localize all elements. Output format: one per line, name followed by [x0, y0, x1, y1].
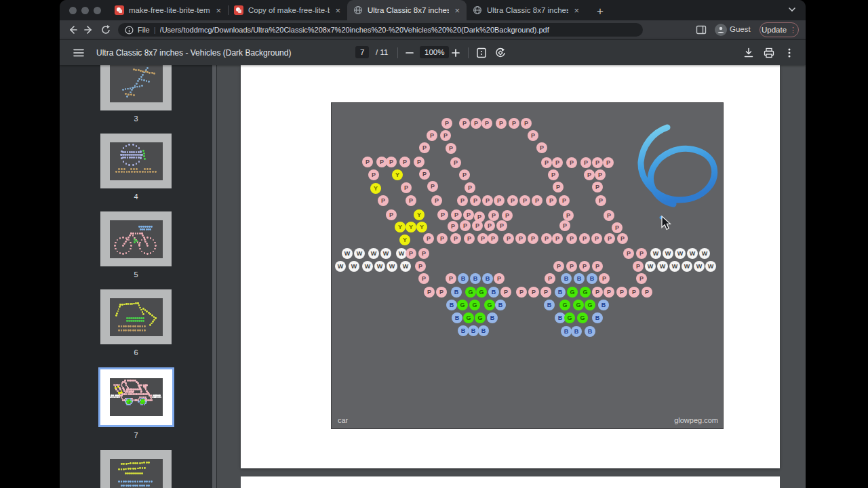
- side-panel-icon[interactable]: [696, 24, 707, 35]
- peg-p: P: [450, 233, 461, 244]
- sidebar-scrollbar[interactable]: [212, 65, 216, 488]
- download-icon[interactable]: [741, 45, 757, 61]
- tab-title: Ultra Classic 8x7 inches - Vehi: [368, 6, 449, 14]
- mini-peg-dot: [127, 237, 130, 239]
- mini-peg-dot: [132, 329, 134, 331]
- peg-p: P: [553, 182, 564, 192]
- reload-button[interactable]: [98, 22, 113, 37]
- mini-peg-dot: [130, 485, 132, 487]
- profile-avatar-icon[interactable]: [715, 24, 727, 36]
- page-7-thumbnail-selected[interactable]: [98, 367, 174, 427]
- mini-peg-dot: [141, 251, 143, 253]
- tab-close-icon[interactable]: ×: [215, 6, 222, 15]
- mini-peg-dot: [146, 168, 149, 170]
- mini-peg-dot: [121, 168, 123, 170]
- mini-peg-dot: [132, 164, 134, 166]
- peg-p: P: [418, 273, 429, 284]
- mini-peg-dot: [126, 239, 128, 241]
- fit-to-page-icon[interactable]: [473, 45, 490, 61]
- mini-peg-dot: [151, 226, 153, 228]
- peg-g: G: [476, 287, 487, 298]
- tab-ultra-classic-active[interactable]: Ultra Classic 8x7 inches - Vehi ×: [347, 0, 467, 20]
- tab-search-chevron-icon[interactable]: [788, 5, 796, 14]
- peg-b: B: [458, 273, 469, 284]
- guest-profile-label[interactable]: Guest: [730, 25, 751, 33]
- mini-peg-dot: [123, 468, 125, 470]
- mini-peg-dot: [143, 485, 145, 487]
- mini-peg-dot: [119, 306, 121, 308]
- peg-w: W: [645, 261, 656, 272]
- peg-p: P: [546, 195, 557, 206]
- peg-p: P: [623, 248, 634, 259]
- peg-p: P: [502, 210, 513, 221]
- tab-close-icon[interactable]: ×: [573, 6, 580, 15]
- url-bar[interactable]: File | /Users/toddmcg/Downloads/Ultra%20…: [118, 23, 643, 37]
- toolbar-divider: [397, 47, 398, 58]
- browser-menu-icon[interactable]: ⋮: [789, 27, 797, 33]
- tab-copy-of-make-free-lite-brite[interactable]: Copy of make-free-lite-brite-te ×: [228, 0, 347, 20]
- page-4-label: 4: [134, 192, 138, 201]
- print-icon[interactable]: [761, 45, 777, 61]
- peg-b: B: [585, 326, 595, 337]
- menu-hamburger-icon[interactable]: [71, 45, 87, 61]
- mini-peg-dot: [149, 481, 151, 483]
- mini-peg-dot: [132, 144, 134, 146]
- page-4-thumbnail[interactable]: [100, 134, 172, 188]
- mini-peg-dot: [126, 96, 128, 98]
- mini-peg-dot: [139, 171, 141, 173]
- forward-button[interactable]: [81, 22, 96, 37]
- peg-p: P: [459, 169, 470, 180]
- mini-peg-dot: [133, 168, 135, 170]
- window-close-button[interactable]: [69, 7, 77, 14]
- mini-peg-dot: [131, 171, 133, 173]
- tab-close-icon[interactable]: ×: [454, 6, 460, 15]
- mini-peg-dot: [133, 94, 135, 96]
- window-minimize-button[interactable]: [81, 7, 89, 14]
- new-tab-button[interactable]: +: [591, 3, 609, 20]
- peg-g: G: [585, 300, 595, 310]
- mini-peg-dot: [142, 74, 144, 76]
- mini-peg-dot: [142, 70, 144, 73]
- zoom-in-icon[interactable]: [448, 45, 464, 61]
- tab-make-free-lite-brite-template[interactable]: make-free-lite-brite-template ×: [108, 0, 228, 20]
- window-zoom-button[interactable]: [94, 7, 101, 14]
- mini-peg-dot: [155, 245, 157, 247]
- rotate-icon[interactable]: [492, 45, 509, 61]
- mini-peg-dot: [138, 147, 140, 149]
- zoom-level-value[interactable]: 100%: [420, 46, 449, 58]
- peg-p: P: [548, 169, 559, 180]
- peg-p: P: [472, 220, 483, 231]
- page-8-thumbnail[interactable]: [100, 450, 172, 488]
- zoom-out-icon[interactable]: [401, 45, 418, 61]
- mini-peg-dot: [115, 242, 117, 244]
- page-6-thumbnail[interactable]: [100, 289, 172, 344]
- update-button[interactable]: Update ⋮: [760, 22, 799, 37]
- page-3-thumbnail[interactable]: [100, 65, 172, 110]
- peg-b: B: [555, 287, 566, 298]
- window-controls[interactable]: [69, 7, 101, 14]
- mini-peg-dot: [122, 237, 124, 239]
- peg-p: P: [431, 195, 442, 206]
- peg-b: B: [571, 326, 582, 337]
- mini-peg-dot: [134, 241, 136, 243]
- info-icon[interactable]: [125, 26, 134, 35]
- mini-peg-dot: [141, 239, 143, 241]
- more-options-icon[interactable]: [781, 45, 797, 61]
- tab-close-icon[interactable]: ×: [334, 6, 341, 15]
- peg-g: G: [564, 312, 575, 323]
- page-5-thumbnail[interactable]: [100, 211, 172, 266]
- mini-peg-dot: [149, 171, 151, 173]
- peg-p: P: [592, 261, 603, 272]
- peg-g: G: [463, 312, 474, 323]
- page-number-input[interactable]: 7: [355, 46, 369, 58]
- pdf-content-area: 3 4 5 6 7: [60, 65, 806, 488]
- peg-y: Y: [416, 222, 427, 232]
- file-scheme-label: File: [138, 26, 150, 34]
- page-5-preview: [110, 220, 163, 258]
- thumbnail-column: 3 4 5 6 7: [60, 65, 212, 488]
- tab-ultra-classic-second[interactable]: Ultra Classic 8x7 inches - Veh ×: [467, 0, 586, 20]
- mini-peg-dot: [143, 79, 145, 81]
- peg-w: W: [362, 261, 373, 272]
- back-button[interactable]: [65, 22, 80, 37]
- mini-peg-dot: [123, 481, 125, 483]
